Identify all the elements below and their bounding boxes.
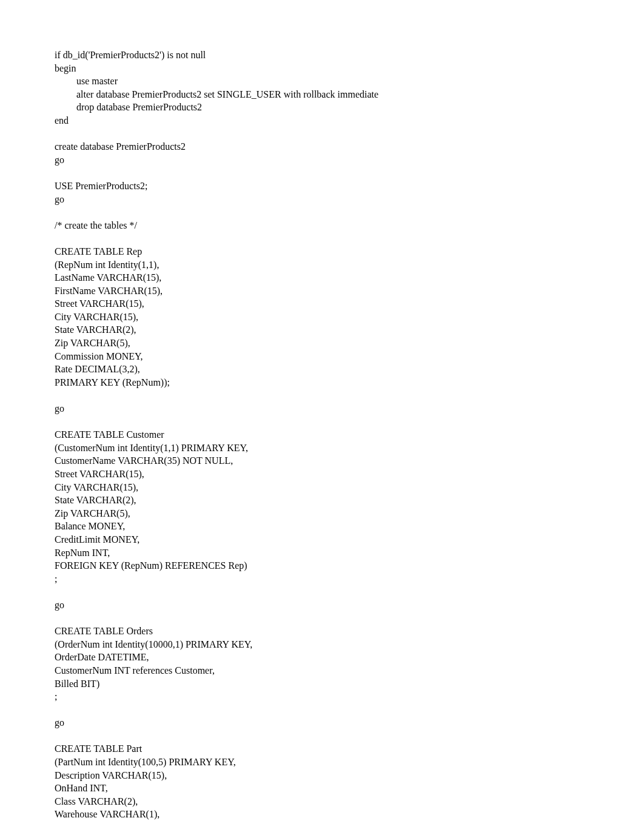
- code-line: (RepNum int Identity(1,1),: [55, 258, 589, 272]
- code-line: OrderDate DATETIME,: [55, 651, 589, 664]
- code-line: ;: [55, 690, 589, 703]
- code-line: PRIMARY KEY (RepNum));: [55, 376, 589, 389]
- code-line: (CustomerNum int Identity(1,1) PRIMARY K…: [55, 441, 589, 455]
- code-line: OnHand INT,: [55, 782, 589, 795]
- code-line: CustomerName VARCHAR(35) NOT NULL,: [55, 454, 589, 468]
- code-line: [55, 703, 589, 717]
- code-line: go: [55, 193, 589, 206]
- code-line: CREATE TABLE Rep: [55, 245, 589, 258]
- code-line: Street VARCHAR(15),: [55, 468, 589, 481]
- code-line: Rate DECIMAL(3,2),: [55, 363, 589, 376]
- code-line: [55, 415, 589, 429]
- code-line: Balance MONEY,: [55, 520, 589, 533]
- code-line: City VARCHAR(15),: [55, 310, 589, 324]
- code-line: go: [55, 402, 589, 415]
- code-line: use master: [55, 75, 589, 88]
- code-line: [55, 206, 589, 219]
- code-line: CREATE TABLE Orders: [55, 625, 589, 638]
- code-line: Street VARCHAR(15),: [55, 297, 589, 310]
- code-line: if db_id('PremierProducts2') is not null: [55, 49, 589, 62]
- code-line: drop database PremierProducts2: [55, 101, 589, 114]
- code-line: CustomerNum INT references Customer,: [55, 664, 589, 677]
- code-line: Billed BIT): [55, 677, 589, 691]
- code-line: Warehouse VARCHAR(1),: [55, 808, 589, 821]
- code-line: [55, 612, 589, 625]
- code-line: go: [55, 716, 589, 729]
- code-line: [55, 389, 589, 402]
- code-line: (PartNum int Identity(100,5) PRIMARY KEY…: [55, 756, 589, 769]
- code-line: [55, 232, 589, 245]
- sql-code-document: if db_id('PremierProducts2') is not null…: [55, 49, 589, 821]
- code-line: alter database PremierProducts2 set SING…: [55, 88, 589, 101]
- code-line: ;: [55, 572, 589, 586]
- code-line: [55, 166, 589, 179]
- code-line: State VARCHAR(2),: [55, 494, 589, 507]
- code-line: CreditLimit MONEY,: [55, 533, 589, 546]
- code-line: CREATE TABLE Customer: [55, 428, 589, 441]
- code-line: FOREIGN KEY (RepNum) REFERENCES Rep): [55, 559, 589, 572]
- code-line: CREATE TABLE Part: [55, 742, 589, 756]
- code-line: Zip VARCHAR(5),: [55, 507, 589, 520]
- code-line: Description VARCHAR(15),: [55, 769, 589, 782]
- code-line: end: [55, 114, 589, 127]
- code-line: Commission MONEY,: [55, 350, 589, 363]
- code-line: City VARCHAR(15),: [55, 481, 589, 494]
- code-line: go: [55, 153, 589, 167]
- code-line: go: [55, 599, 589, 612]
- code-line: [55, 127, 589, 141]
- code-line: FirstName VARCHAR(15),: [55, 284, 589, 298]
- code-line: State VARCHAR(2),: [55, 323, 589, 337]
- code-line: /* create the tables */: [55, 219, 589, 232]
- code-line: [55, 585, 589, 599]
- code-line: Class VARCHAR(2),: [55, 795, 589, 808]
- code-line: Zip VARCHAR(5),: [55, 337, 589, 350]
- code-line: (OrderNum int Identity(10000,1) PRIMARY …: [55, 638, 589, 651]
- code-line: create database PremierProducts2: [55, 140, 589, 153]
- code-line: [55, 729, 589, 743]
- code-line: begin: [55, 62, 589, 75]
- code-line: RepNum INT,: [55, 546, 589, 560]
- code-line: LastName VARCHAR(15),: [55, 271, 589, 284]
- code-line: USE PremierProducts2;: [55, 179, 589, 193]
